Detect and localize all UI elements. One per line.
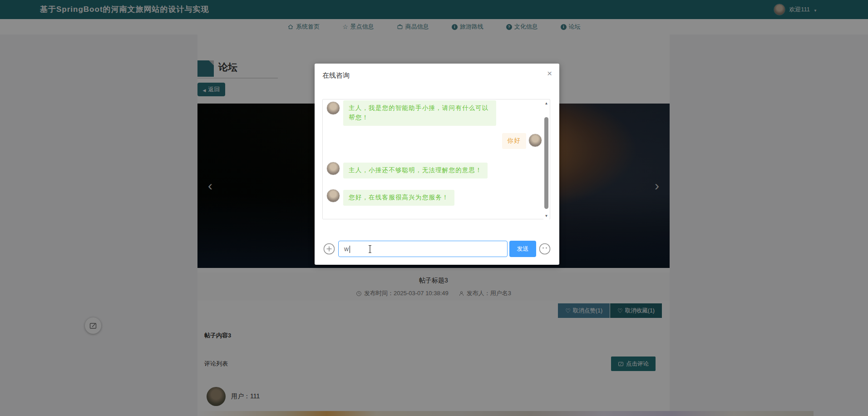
chat-message-list: 主人，我是您的智能助手小捶，请问有什么可以帮您！ 你好 主人，小捶还不够聪明，无… bbox=[322, 99, 550, 219]
chat-input-value: w bbox=[344, 245, 349, 253]
chat-message-user: 你好 bbox=[502, 133, 526, 149]
attach-plus-button[interactable] bbox=[323, 243, 335, 255]
scroll-up-icon[interactable] bbox=[543, 101, 549, 105]
chat-dialog: 在线咨询 主人，我是您的智能助手小捶，请问有什么可以帮您！ 你好 主人，小捶还不… bbox=[315, 64, 559, 265]
plus-circle-icon bbox=[323, 243, 335, 255]
send-button[interactable]: 发送 bbox=[509, 241, 536, 257]
scroll-down-icon[interactable] bbox=[543, 214, 549, 218]
bot-avatar bbox=[326, 189, 340, 203]
close-icon[interactable] bbox=[547, 69, 552, 79]
app-window: 基于SpringBoot的河南文旅网站的设计与实现 欢迎111 系统首页 景点信… bbox=[0, 0, 868, 416]
bot-avatar bbox=[326, 101, 340, 115]
scrollbar-thumb[interactable] bbox=[544, 117, 548, 209]
chat-message-bot: 您好，在线客服很高兴为您服务！ bbox=[343, 190, 454, 206]
chat-input[interactable]: w bbox=[338, 241, 508, 257]
user-avatar bbox=[528, 134, 542, 147]
chat-message-bot: 主人，我是您的智能助手小捶，请问有什么可以帮您！ bbox=[343, 100, 496, 126]
ibeam-cursor-icon bbox=[368, 245, 372, 253]
chat-dialog-title: 在线咨询 bbox=[322, 71, 350, 80]
chat-scrollbar[interactable] bbox=[543, 100, 549, 219]
smiley-icon bbox=[539, 243, 551, 255]
emoji-button[interactable] bbox=[539, 243, 551, 255]
text-caret bbox=[350, 246, 350, 253]
chat-message-bot: 主人，小捶还不够聪明，无法理解您的意思！ bbox=[343, 163, 488, 178]
bot-avatar bbox=[326, 162, 340, 175]
